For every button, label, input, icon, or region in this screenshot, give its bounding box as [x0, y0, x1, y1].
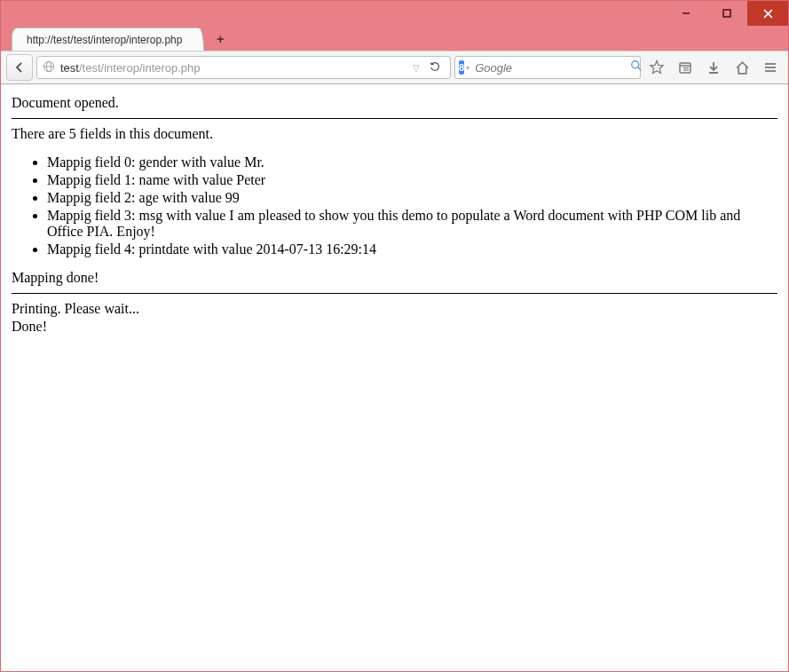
- list-item: Mappig field 2: age with value 99: [47, 190, 777, 206]
- field-summary: There are 5 fields in this document.: [12, 126, 777, 142]
- tab-strip: http://test/test/interop/interop.php +: [1, 26, 788, 51]
- browser-tab[interactable]: http://test/test/interop/interop.php: [12, 28, 204, 51]
- status-printing: Printing. Please wait...: [12, 301, 777, 317]
- divider: [12, 118, 777, 119]
- divider: [12, 293, 777, 294]
- downloads-icon[interactable]: [701, 55, 726, 80]
- library-icon[interactable]: [673, 55, 698, 80]
- browser-window: http://test/test/interop/interop.php + t…: [0, 0, 789, 672]
- address-bar[interactable]: test/test/interop/interop.php ▽: [36, 56, 451, 79]
- search-input[interactable]: [475, 61, 625, 75]
- svg-point-7: [632, 61, 639, 68]
- field-list: Mappig field 0: gender with value Mr. Ma…: [12, 154, 777, 257]
- list-item: Mappig field 0: gender with value Mr.: [47, 154, 777, 170]
- url-text: test/test/interop/interop.php: [60, 61, 407, 75]
- svg-rect-1: [723, 10, 730, 17]
- list-item: Mappig field 3: msg with value I am plea…: [47, 208, 777, 240]
- globe-icon: [43, 60, 55, 75]
- search-bar[interactable]: 8 ▾: [454, 56, 641, 79]
- menu-icon[interactable]: [758, 55, 783, 80]
- back-button[interactable]: [6, 54, 33, 81]
- bookmark-star-icon[interactable]: [644, 55, 669, 80]
- search-go-icon[interactable]: [630, 59, 643, 75]
- status-mapping-done: Mapping done!: [12, 270, 777, 286]
- minimize-button[interactable]: [666, 1, 706, 26]
- page-content: Document opened. There are 5 fields in t…: [1, 84, 788, 671]
- navigation-toolbar: test/test/interop/interop.php ▽ 8 ▾: [1, 51, 788, 84]
- status-opened: Document opened.: [12, 95, 777, 111]
- search-engine-dropdown-icon[interactable]: ▾: [466, 64, 469, 72]
- list-item: Mappig field 4: printdate with value 201…: [47, 241, 777, 257]
- status-done: Done!: [12, 319, 777, 335]
- svg-line-8: [638, 67, 642, 71]
- new-tab-button[interactable]: +: [209, 30, 231, 48]
- home-icon[interactable]: [730, 55, 754, 80]
- search-engine-icon[interactable]: 8: [459, 60, 464, 75]
- list-item: Mappig field 1: name with value Peter: [47, 172, 777, 188]
- tab-title: http://test/test/interop/interop.php: [27, 34, 182, 46]
- history-dropdown-icon[interactable]: ▽: [413, 63, 420, 73]
- reload-button[interactable]: [425, 60, 445, 75]
- maximize-button[interactable]: [706, 1, 747, 26]
- titlebar: [1, 1, 788, 26]
- close-button[interactable]: [747, 1, 788, 26]
